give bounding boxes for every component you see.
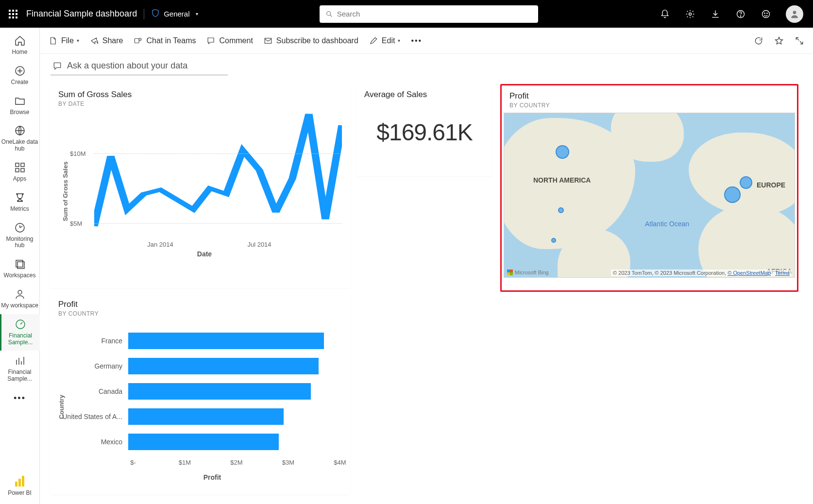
trophy-icon: [14, 191, 26, 204]
nav-label: Financial Sample...: [2, 333, 39, 346]
nav-more[interactable]: •••: [14, 387, 26, 409]
tile-average-sales-kpi[interactable]: Average of Sales $169.61K: [356, 84, 492, 176]
x-tick: Jan 2014: [147, 241, 173, 248]
powerbi-logo-icon: [15, 476, 24, 487]
x-tick: $3M: [282, 459, 294, 466]
subscribe-button[interactable]: Subscribe to dashboard: [264, 36, 358, 45]
bubble-mexico[interactable]: [551, 238, 556, 243]
chevron-down-icon: ▾: [77, 38, 79, 43]
svg-point-21: [139, 38, 142, 40]
bar-label: Germany: [60, 362, 128, 370]
nav-workspaces[interactable]: Workspaces: [0, 254, 40, 284]
app-launcher-icon[interactable]: [9, 10, 17, 18]
x-tick: $-: [130, 459, 136, 466]
tile-gross-sales-line[interactable]: Sum of Gross Sales BY DATE Sum of Gross …: [51, 84, 350, 288]
bar-row[interactable]: Canada: [133, 381, 340, 402]
nav-label: Workspaces: [4, 272, 36, 279]
global-search[interactable]: [320, 5, 538, 23]
y-tick: $10M: [70, 150, 86, 157]
brand-powerbi[interactable]: Power BI: [8, 471, 32, 504]
svg-rect-11: [16, 163, 19, 167]
chevron-down-icon: ▾: [196, 11, 198, 17]
bubble-usa[interactable]: [558, 207, 564, 213]
svg-point-2: [689, 13, 691, 15]
nav-apps[interactable]: Apps: [0, 157, 40, 187]
bar-chart-plot: FranceGermanyCanadaUnited States of A...…: [133, 331, 340, 457]
account-avatar[interactable]: [786, 5, 803, 23]
tile-title: Average of Sales: [356, 84, 492, 100]
nav-label: Apps: [13, 176, 26, 183]
svg-point-6: [764, 13, 765, 13]
more-actions[interactable]: •••: [411, 36, 422, 45]
nav-onelake[interactable]: OneLake data hub: [0, 120, 40, 157]
bar-row[interactable]: United States of A...: [133, 406, 340, 427]
bar-row[interactable]: Mexico: [133, 432, 340, 452]
bubble-canada[interactable]: [556, 145, 569, 159]
notifications-icon[interactable]: [660, 9, 670, 19]
shield-icon: [151, 9, 160, 19]
download-icon[interactable]: [710, 9, 721, 19]
comment-button[interactable]: Comment: [206, 36, 253, 45]
feedback-smile-icon[interactable]: [761, 9, 771, 19]
comment-icon: [206, 36, 215, 45]
svg-point-18: [18, 290, 22, 294]
chevron-down-icon: ▾: [398, 38, 400, 43]
sensitivity-label-text: General: [164, 10, 189, 18]
refresh-icon[interactable]: [754, 36, 763, 46]
file-menu[interactable]: File ▾: [49, 36, 79, 45]
bar-label: France: [60, 337, 128, 345]
bar-row[interactable]: France: [133, 331, 340, 351]
nav-metrics[interactable]: Metrics: [0, 187, 40, 218]
nav-browse[interactable]: Browse: [0, 91, 40, 121]
search-icon: [325, 10, 333, 18]
map-label-ocean: Atlantic Ocean: [645, 220, 689, 228]
qna-placeholder: Ask a question about your data: [67, 61, 187, 71]
workspaces-icon: [14, 258, 26, 270]
bar-rect: [128, 383, 311, 400]
nav-home[interactable]: Home: [0, 31, 40, 61]
edit-menu[interactable]: Edit ▾: [369, 36, 401, 45]
bar-label: Mexico: [60, 438, 128, 446]
fullscreen-icon[interactable]: [795, 36, 804, 46]
person-icon: [14, 288, 26, 301]
bing-map[interactable]: NORTH AMERICA EUROPE AFRICA Atlantic Oce…: [504, 113, 795, 278]
qna-input[interactable]: Ask a question about your data: [51, 59, 228, 75]
chat-teams-button[interactable]: Chat in Teams: [134, 36, 196, 45]
bubble-france[interactable]: [724, 186, 741, 203]
settings-gear-icon[interactable]: [685, 9, 695, 19]
nav-my-workspace[interactable]: My workspace: [0, 284, 40, 314]
nav-label: Metrics: [10, 206, 29, 213]
map-attribution: © 2023 TomTom, © 2023 Microsoft Corporat…: [611, 269, 792, 276]
terms-link[interactable]: Terms: [775, 270, 790, 276]
nav-label: Create: [11, 79, 28, 86]
mail-icon: [264, 36, 272, 45]
help-icon[interactable]: [735, 9, 746, 19]
svg-point-4: [740, 16, 741, 16]
svg-line-1: [330, 15, 332, 17]
pencil-icon: [369, 36, 378, 45]
tile-title: Profit: [51, 294, 350, 309]
tile-profit-map[interactable]: Profit BY COUNTRY NORTH AMERICA EUROPE A…: [500, 84, 798, 292]
x-axis-title: Date: [67, 250, 342, 258]
svg-rect-20: [135, 38, 139, 43]
share-button[interactable]: Share: [90, 36, 123, 45]
nav-monitoring[interactable]: Monitoring hub: [0, 218, 40, 254]
nav-financial-sample-report[interactable]: Financial Sample...: [0, 351, 40, 387]
favorite-star-icon[interactable]: [774, 36, 784, 46]
sensitivity-label-dropdown[interactable]: General ▾: [151, 9, 198, 19]
tile-profit-bar[interactable]: Profit BY COUNTRY Country FranceGermanyC…: [51, 294, 350, 495]
bar-row[interactable]: Germany: [133, 356, 340, 376]
tile-title: Profit: [502, 85, 797, 101]
nav-label: Browse: [10, 109, 29, 116]
create-plus-icon: [14, 65, 26, 77]
bar-label: United States of A...: [60, 413, 128, 420]
share-icon: [90, 36, 99, 45]
svg-rect-17: [17, 262, 24, 269]
osm-link[interactable]: © OpenStreetMap: [728, 270, 771, 276]
nav-financial-sample-ws[interactable]: Financial Sample...: [0, 314, 40, 351]
nav-create[interactable]: Create: [0, 61, 40, 91]
brand-label: Power BI: [8, 489, 32, 496]
bubble-germany[interactable]: [740, 176, 752, 189]
search-input[interactable]: [337, 10, 532, 18]
svg-point-7: [767, 13, 767, 13]
